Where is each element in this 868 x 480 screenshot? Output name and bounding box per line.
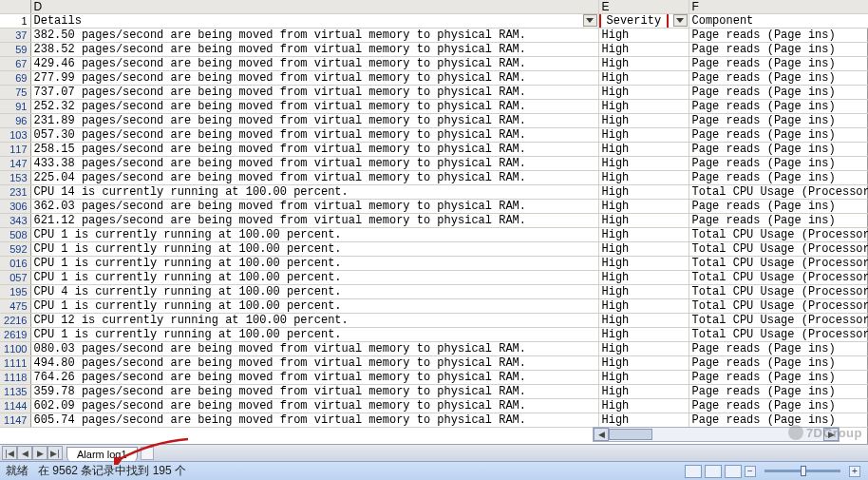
row-header[interactable]: 508 [0, 228, 30, 242]
select-all-corner[interactable] [0, 0, 30, 14]
row-header[interactable]: 016 [0, 257, 30, 271]
row-header[interactable]: 2216 [0, 314, 30, 328]
cell-component[interactable]: Page reads (Page ins) [689, 356, 868, 371]
cell-severity[interactable]: High [598, 271, 689, 285]
cell-component[interactable]: Page reads (Page ins) [689, 86, 868, 100]
cell-details[interactable]: CPU 1 is currently running at 100.00 per… [30, 228, 598, 242]
row-header[interactable]: 69 [0, 71, 30, 86]
view-normal-button[interactable] [685, 465, 702, 478]
tab-nav-next[interactable]: ▶ [32, 446, 47, 460]
cell-severity[interactable]: High [598, 128, 689, 143]
row-header[interactable]: 1144 [0, 399, 30, 413]
cell-component[interactable]: Page reads (Page ins) [689, 157, 868, 171]
cell-details[interactable]: 225.04 pages/second are being moved from… [30, 171, 598, 185]
cell-details[interactable]: 494.80 pages/second are being moved from… [30, 356, 598, 371]
cell-severity[interactable]: High [598, 314, 689, 328]
cell-details[interactable]: 433.38 pages/second are being moved from… [30, 157, 598, 171]
tab-nav-last[interactable]: ▶| [47, 446, 63, 460]
cell-severity[interactable]: High [598, 86, 689, 100]
tab-nav-prev[interactable]: ◀ [17, 446, 32, 460]
cell-severity[interactable]: High [598, 371, 689, 385]
cell-component[interactable]: Page reads (Page ins) [689, 57, 868, 71]
row-header[interactable]: 1100 [0, 342, 30, 356]
cell-details[interactable]: 359.78 pages/second are being moved from… [30, 385, 598, 399]
row-header[interactable]: 67 [0, 57, 30, 71]
header-cell-component[interactable]: Component [689, 14, 868, 29]
cell-component[interactable]: Page reads (Page ins) [689, 100, 868, 114]
cell-component[interactable]: Page reads (Page ins) [689, 29, 868, 43]
row-header[interactable]: 1118 [0, 371, 30, 385]
cell-details[interactable]: 080.03 pages/second are being moved from… [30, 342, 598, 356]
cell-severity[interactable]: High [598, 214, 689, 228]
cell-details[interactable]: 382.50 pages/second are being moved from… [30, 29, 598, 43]
cell-details[interactable]: 621.12 pages/second are being moved from… [30, 214, 598, 228]
cell-severity[interactable]: High [598, 399, 689, 413]
cell-details[interactable]: 602.09 pages/second are being moved from… [30, 399, 598, 413]
column-header-D[interactable]: D [30, 0, 598, 14]
cell-details[interactable]: CPU 1 is currently running at 100.00 per… [30, 299, 598, 314]
cell-component[interactable]: Page reads (Page ins) [689, 413, 868, 428]
row-header[interactable]: 103 [0, 128, 30, 143]
cell-details[interactable]: CPU 14 is currently running at 100.00 pe… [30, 185, 598, 200]
cell-details[interactable]: CPU 12 is currently running at 100.00 pe… [30, 314, 598, 328]
cell-component[interactable]: Total CPU Usage (Processor [689, 185, 868, 200]
cell-severity[interactable]: High [598, 299, 689, 314]
row-header[interactable]: 91 [0, 100, 30, 114]
row-header[interactable]: 1147 [0, 413, 30, 428]
row-header[interactable]: 75 [0, 86, 30, 100]
cell-severity[interactable]: High [598, 71, 689, 86]
cell-severity[interactable]: High [598, 413, 689, 428]
column-header-E[interactable]: E [598, 0, 689, 14]
hscroll-left[interactable]: ◀ [594, 428, 609, 441]
cell-details[interactable]: 764.26 pages/second are being moved from… [30, 371, 598, 385]
cell-severity[interactable]: High [598, 257, 689, 271]
row-header[interactable]: 1135 [0, 385, 30, 399]
cell-severity[interactable]: High [598, 285, 689, 299]
row-header[interactable]: 2619 [0, 328, 30, 342]
cell-details[interactable]: 429.46 pages/second are being moved from… [30, 57, 598, 71]
cell-severity[interactable]: High [598, 342, 689, 356]
row-header[interactable]: 195 [0, 285, 30, 299]
cell-details[interactable]: CPU 1 is currently running at 100.00 per… [30, 257, 598, 271]
cell-component[interactable]: Total CPU Usage (Processor [689, 242, 868, 257]
cell-details[interactable]: 277.99 pages/second are being moved from… [30, 71, 598, 86]
cell-severity[interactable]: High [598, 328, 689, 342]
cell-component[interactable]: Page reads (Page ins) [689, 171, 868, 185]
cell-details[interactable]: CPU 1 is currently running at 100.00 per… [30, 271, 598, 285]
cell-component[interactable]: Page reads (Page ins) [689, 399, 868, 413]
cell-component[interactable]: Page reads (Page ins) [689, 128, 868, 143]
cell-severity[interactable]: High [598, 228, 689, 242]
cell-severity[interactable]: High [598, 114, 689, 128]
cell-component[interactable]: Page reads (Page ins) [689, 200, 868, 214]
cell-details[interactable]: 737.07 pages/second are being moved from… [30, 86, 598, 100]
row-header[interactable]: 96 [0, 114, 30, 128]
cell-component[interactable]: Page reads (Page ins) [689, 71, 868, 86]
cell-details[interactable]: 362.03 pages/second are being moved from… [30, 200, 598, 214]
cell-details[interactable]: 252.32 pages/second are being moved from… [30, 100, 598, 114]
zoom-thumb[interactable] [801, 466, 806, 476]
cell-component[interactable]: Total CPU Usage (Processor [689, 285, 868, 299]
cell-component[interactable]: Page reads (Page ins) [689, 143, 868, 157]
hscroll-thumb[interactable] [609, 429, 652, 440]
row-header[interactable]: 343 [0, 214, 30, 228]
cell-severity[interactable]: High [598, 29, 689, 43]
cell-component[interactable]: Page reads (Page ins) [689, 371, 868, 385]
cell-severity[interactable]: High [598, 157, 689, 171]
cell-details[interactable]: CPU 1 is currently running at 100.00 per… [30, 328, 598, 342]
cell-component[interactable]: Page reads (Page ins) [689, 214, 868, 228]
row-header[interactable]: 59 [0, 43, 30, 57]
cell-severity[interactable]: High [598, 57, 689, 71]
new-sheet-button[interactable] [141, 447, 154, 460]
horizontal-scrollbar[interactable]: ◀ ▶ [593, 427, 840, 442]
cell-severity[interactable]: High [598, 185, 689, 200]
cell-severity[interactable]: High [598, 100, 689, 114]
cell-details[interactable]: 258.15 pages/second are being moved from… [30, 143, 598, 157]
cell-severity[interactable]: High [598, 171, 689, 185]
cell-component[interactable]: Total CPU Usage (Processor [689, 314, 868, 328]
cell-severity[interactable]: High [598, 200, 689, 214]
cell-severity[interactable]: High [598, 43, 689, 57]
row-header[interactable]: 1 [0, 14, 30, 29]
cell-component[interactable]: Page reads (Page ins) [689, 342, 868, 356]
hscroll-right[interactable]: ▶ [823, 428, 839, 441]
row-header[interactable]: 1111 [0, 356, 30, 371]
